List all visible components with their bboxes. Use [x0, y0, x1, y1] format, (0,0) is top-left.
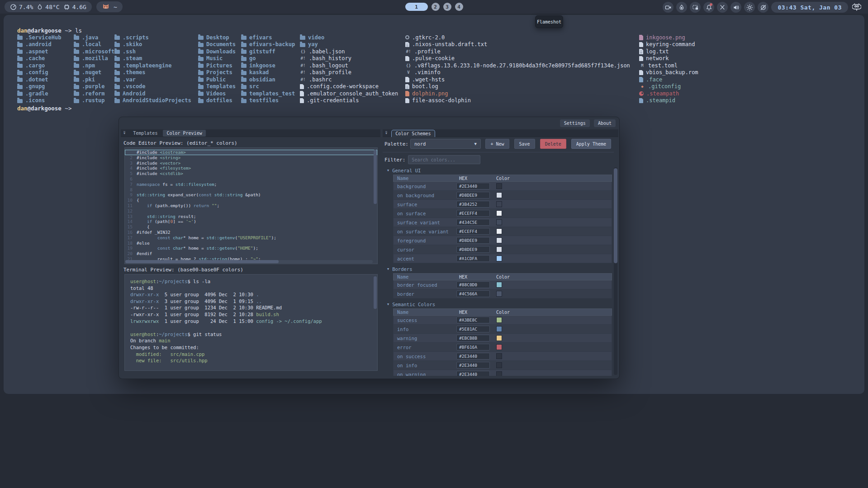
color-swatch[interactable] [496, 183, 502, 189]
hex-value-field[interactable]: #A1CDFA [456, 255, 490, 262]
color-swatch[interactable] [496, 317, 502, 323]
list-item: .gnupg [17, 83, 61, 90]
brightness-icon[interactable] [744, 2, 755, 13]
tab-templates[interactable]: Templates [129, 130, 161, 137]
save-button[interactable]: Save [514, 139, 535, 149]
code-editor-preview[interactable]: #include <iostream>2#include <string>3#i… [124, 147, 378, 264]
terminal-preview[interactable]: user@host:~/projects$ ls -latotal 48drwx… [124, 274, 378, 371]
tab-color-preview[interactable]: Color Preview [163, 130, 205, 137]
folder-icon [74, 92, 79, 96]
new-palette-button[interactable]: + New [485, 139, 509, 149]
workspace-1[interactable]: 1 [405, 3, 428, 11]
color-swatch[interactable] [496, 256, 502, 261]
hex-value-field[interactable]: #ECEFF4 [456, 228, 490, 235]
color-row[interactable]: cursor#D8DEE9 [393, 245, 612, 254]
color-row[interactable]: foreground#D8DEE9 [393, 236, 612, 245]
collapse-icon[interactable]: ▼ [385, 131, 387, 135]
color-swatch[interactable] [496, 237, 502, 243]
color-row[interactable]: on_surface_variant#ECEFF4 [393, 227, 612, 236]
list-item: yay [300, 41, 398, 48]
hex-value-field[interactable]: #A3BE8C [456, 317, 490, 323]
editor-vertical-scrollbar[interactable] [374, 149, 377, 263]
workspace-3[interactable]: 3 [443, 3, 451, 11]
color-swatch[interactable] [496, 326, 502, 332]
color-row[interactable]: border#4C566A [393, 289, 612, 298]
color-row[interactable]: error#BF616A [393, 343, 612, 352]
hex-value-field[interactable]: #D8DEE9 [456, 192, 490, 199]
input-blocked-icon[interactable] [717, 2, 728, 13]
section-header[interactable]: ▼Borders [383, 266, 612, 272]
gauge-icon [10, 4, 17, 10]
notifications-icon[interactable] [703, 2, 714, 13]
color-swatch[interactable] [496, 371, 502, 376]
color-row[interactable]: success#A3BE8C [393, 316, 612, 325]
color-row[interactable]: background#2E3440 [393, 182, 612, 191]
doc-icon [405, 56, 409, 62]
hex-value-field[interactable]: #5E81AC [456, 326, 490, 332]
apply-theme-button[interactable]: Apply Theme [571, 139, 611, 149]
hex-value-field[interactable]: #2E3440 [456, 353, 490, 360]
color-row[interactable]: on_warning#2E3440 [393, 370, 612, 376]
hex-value-field[interactable]: #D8DEE9 [456, 246, 490, 253]
color-swatch[interactable] [496, 282, 502, 288]
night-light-icon[interactable] [758, 2, 768, 13]
about-button[interactable]: About [594, 119, 616, 127]
color-swatch[interactable] [496, 344, 502, 350]
hex-value-field[interactable]: #434C5E [456, 219, 490, 226]
color-swatch[interactable] [496, 335, 502, 341]
host-pill[interactable]: ~ [96, 1, 123, 12]
color-swatch[interactable] [496, 210, 502, 216]
palette-select[interactable]: nord ▼ [410, 139, 481, 149]
volume-icon[interactable] [730, 2, 741, 13]
color-swatch[interactable] [496, 246, 502, 252]
color-row[interactable]: on_surface#ECEFF4 [393, 209, 612, 218]
list-item: gitstuff [241, 48, 295, 55]
screen-record-icon[interactable] [663, 2, 674, 13]
color-row[interactable]: warning#EBCB8B [393, 334, 612, 343]
workspace-2[interactable]: 2 [432, 3, 440, 11]
tab-color-schemes[interactable]: Color Schemes [391, 130, 435, 137]
collapse-icon[interactable]: ▼ [123, 131, 125, 135]
color-row[interactable]: border_focused#88C0D0 [393, 280, 612, 289]
workspace-4[interactable]: 4 [455, 3, 463, 11]
doc-icon [639, 42, 643, 47]
color-swatch[interactable] [496, 362, 502, 368]
code-segment [137, 235, 157, 241]
hex-value-field[interactable]: #2E3440 [456, 362, 490, 369]
settings-button[interactable]: Settings [560, 119, 590, 127]
color-row[interactable]: on_background#D8DEE9 [393, 191, 612, 200]
screenshot-area-icon[interactable] [690, 2, 701, 13]
flameshot-icon[interactable] [676, 2, 687, 13]
hex-value-field[interactable]: #4C566A [456, 290, 490, 297]
delete-button[interactable]: Delete [540, 139, 566, 149]
color-row[interactable]: info#5E81AC [393, 325, 612, 334]
color-swatch[interactable] [496, 201, 502, 207]
color-swatch[interactable] [496, 192, 502, 198]
hex-value-field[interactable]: #2E3440 [456, 183, 490, 190]
color-row[interactable]: accent#A1CDFA [393, 254, 612, 263]
editor-horizontal-scrollbar[interactable] [125, 260, 373, 263]
color-swatch[interactable] [496, 219, 502, 225]
hex-value-field[interactable]: #BF616A [456, 344, 490, 351]
color-row[interactable]: surface#3B4252 [393, 200, 612, 209]
hex-value-field[interactable]: #EBCB8B [456, 335, 490, 341]
section-header[interactable]: ▼General UI [383, 167, 612, 174]
terminal-vertical-scrollbar[interactable] [374, 275, 377, 370]
color-row[interactable]: on_success#2E3440 [393, 352, 612, 361]
hex-value-field[interactable]: #2E3440 [456, 371, 490, 376]
color-swatch[interactable] [496, 228, 502, 234]
filter-input[interactable] [408, 155, 480, 164]
clock[interactable]: 03:43 Sat, Jan 03 [771, 2, 848, 13]
color-list-scrollbar[interactable] [614, 167, 617, 375]
color-swatch[interactable] [496, 291, 502, 297]
color-row[interactable]: on_info#2E3440 [393, 361, 612, 370]
hex-value-field[interactable]: #3B4252 [456, 201, 490, 208]
owl-icon[interactable] [851, 1, 863, 13]
hex-value-field[interactable]: #88C0D0 [456, 281, 490, 288]
section-header[interactable]: ▼Semantic Colors [383, 301, 612, 308]
hex-value-field[interactable]: #D8DEE9 [456, 237, 490, 244]
color-row[interactable]: surface_variant#434C5E [393, 218, 612, 227]
folder-icon [198, 36, 204, 40]
hex-value-field[interactable]: #ECEFF4 [456, 210, 490, 217]
color-swatch[interactable] [496, 353, 502, 359]
